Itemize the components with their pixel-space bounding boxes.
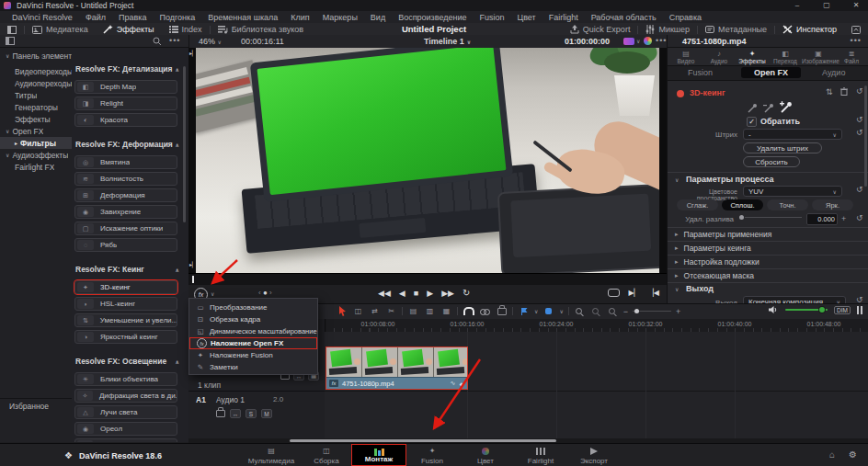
invert-checkbox[interactable]: ✓: [747, 117, 757, 127]
tree-item-audio-transitions[interactable]: Аудиопереходы: [0, 77, 72, 89]
effect-item[interactable]: ◨Relight: [74, 97, 177, 110]
tree-item-titles[interactable]: Титры: [0, 89, 72, 101]
clip-curve-icon[interactable]: ∿: [451, 380, 456, 387]
tree-toolbox-header[interactable]: ∨Панель элементов: [0, 50, 72, 62]
menu-help[interactable]: Справка: [663, 13, 708, 22]
timeline-ruler[interactable]: 01:00:08:00 01:00:16:00 01:00:24:00 01:0…: [325, 319, 868, 332]
close-button[interactable]: ✕: [844, 0, 868, 11]
favorites-label[interactable]: Избранное: [9, 402, 49, 411]
inspector-tab-image[interactable]: ▣Изображение: [802, 50, 835, 64]
effect-item[interactable]: ◑Яркостный кеинг: [74, 330, 177, 344]
effects-options-icon[interactable]: •••: [169, 36, 180, 45]
menu-item-fusion-overlay[interactable]: ✦Наложение Fusion: [189, 349, 317, 361]
effect-item[interactable]: △Лучи света: [74, 405, 177, 419]
viewer-options-icon[interactable]: •••: [656, 36, 667, 45]
effect-item[interactable]: ◧Depth Map: [74, 80, 177, 94]
menu-file[interactable]: Файл: [79, 13, 112, 22]
home-icon[interactable]: ⌂: [829, 449, 835, 460]
tree-item-filters[interactable]: ▸Фильтры: [0, 137, 72, 149]
menu-item-dynamic-zoom[interactable]: ◱Динамическое масштабирование: [189, 325, 317, 337]
menu-view[interactable]: Вид: [364, 13, 392, 22]
mixer-button[interactable]: Микшер: [638, 23, 697, 36]
timeline-scrollbar-thumb[interactable]: [290, 439, 556, 442]
menu-davinci-resolve[interactable]: DaVinci Resolve: [6, 13, 79, 22]
zoom-custom-icon[interactable]: [590, 305, 602, 317]
menu-item-crop[interactable]: ⊡Обрезка кадра: [189, 313, 317, 325]
audio-track-solo-button[interactable]: S: [246, 409, 257, 418]
next-edit-icon[interactable]: ▶▏: [628, 289, 639, 297]
inspector-tab-transition[interactable]: ◧Переход: [769, 50, 802, 64]
reorder-effect-icon[interactable]: ⇅: [826, 87, 833, 97]
tree-group-audiofx[interactable]: ∨Аудиоэффекты: [0, 149, 72, 161]
play-button[interactable]: ▶: [427, 289, 433, 298]
play-reverse-button[interactable]: ◀: [399, 289, 405, 298]
effect-item[interactable]: ⇅Уменьшение и увели...: [74, 313, 177, 327]
tree-group-openfx[interactable]: ∨Open FX: [0, 125, 72, 137]
pick-color-icon[interactable]: [747, 103, 758, 114]
precise-segment[interactable]: Точн.: [767, 199, 808, 210]
page-tab-edit[interactable]: Монтаж: [351, 444, 406, 466]
reset-invert-icon[interactable]: ↺: [856, 115, 863, 124]
effect-item[interactable]: ◎Вмятина: [74, 155, 177, 169]
effect-item[interactable]: ▢Искажение оптики: [74, 222, 177, 235]
mixer-toggle-icon[interactable]: [857, 306, 862, 314]
panel-toggle-button[interactable]: [0, 23, 24, 36]
settings-gear-icon[interactable]: ⚙: [849, 449, 857, 460]
zoom-detail-icon[interactable]: [607, 305, 619, 317]
effect-item[interactable]: ✳Блики объектива: [74, 372, 177, 386]
tree-item-video-transitions[interactable]: Видеопереходы: [0, 65, 72, 77]
menu-fusion[interactable]: Fusion: [473, 13, 510, 22]
menu-item-annotations[interactable]: ✎Заметки: [189, 361, 317, 373]
subtab-audio[interactable]: Аудио: [822, 68, 845, 77]
tree-item-generators[interactable]: Генераторы: [0, 101, 72, 113]
maximize-button[interactable]: ▢: [815, 0, 839, 11]
inspector-scrollbar[interactable]: [864, 85, 867, 187]
output-section-header[interactable]: Выход: [686, 284, 714, 293]
zoom-out-icon[interactable]: −: [623, 307, 628, 316]
inspector-button[interactable]: Инспектор: [775, 23, 844, 36]
speaker-icon[interactable]: [769, 305, 779, 314]
effect-enable-toggle[interactable]: [677, 90, 684, 97]
sound-library-button[interactable]: Библиотека звуков: [211, 23, 311, 36]
delete-stroke-button[interactable]: Удалить штрих: [743, 142, 822, 153]
inspector-tab-video[interactable]: ▤Видео: [669, 50, 702, 64]
link-clips-icon[interactable]: [479, 305, 491, 317]
color-grade-icon[interactable]: [644, 37, 652, 45]
clip-keyframe-icon[interactable]: ◆: [459, 381, 463, 387]
inspector-tab-audio[interactable]: ♪Аудио: [702, 50, 736, 64]
menu-item-openfx-overlay[interactable]: fxНаложение Open FX: [189, 337, 317, 349]
timeline-proxy-icon[interactable]: [623, 38, 634, 45]
fx-overlay-chevron-icon[interactable]: ∨: [211, 290, 214, 297]
zoom-in-icon[interactable]: +: [676, 307, 680, 316]
marker-icon[interactable]: [542, 305, 554, 317]
tree-item-effects[interactable]: Эффекты: [0, 113, 72, 125]
menu-fairlight[interactable]: Fairlight: [542, 13, 585, 22]
stop-button[interactable]: ■: [414, 289, 418, 298]
minimize-button[interactable]: –: [785, 0, 809, 11]
colorspace-select[interactable]: YUV∨: [743, 186, 842, 197]
audio-track-id[interactable]: A1: [196, 395, 206, 404]
quick-export-button[interactable]: Quick Export: [563, 23, 638, 36]
spill-slider-handle[interactable]: [739, 215, 744, 220]
stroke-select[interactable]: -∨: [743, 129, 842, 140]
effect-item[interactable]: ✧Дифракция света в ди...: [74, 389, 177, 403]
subtab-openfx[interactable]: Open FX: [741, 67, 801, 78]
position-lock-icon[interactable]: [496, 305, 508, 317]
marker-chevron-icon[interactable]: ∨: [559, 308, 563, 314]
effect-item[interactable]: ≡Отражение в объекти...: [74, 438, 177, 442]
tree-item-fairlight-fx[interactable]: Fairlight FX: [0, 161, 72, 173]
loop-button[interactable]: ↻: [463, 288, 470, 298]
search-icon[interactable]: [153, 37, 162, 46]
overwrite-clip-icon[interactable]: ▥: [424, 305, 436, 317]
effect-item-3d-keyer[interactable]: ✦3D-кеинг: [74, 280, 177, 294]
menu-color[interactable]: Цвет: [510, 13, 542, 22]
go-to-start-button[interactable]: ◀◀: [378, 289, 391, 298]
bright-segment[interactable]: Ярк.: [812, 199, 853, 210]
reset-keyer-button[interactable]: Сбросить: [743, 156, 800, 167]
effect-item[interactable]: ⊞Деформация: [74, 188, 177, 202]
effect-item[interactable]: ◉Ореол: [74, 422, 177, 436]
inspector-tab-file[interactable]: ≣Файл: [835, 50, 868, 64]
effects-scrollbar[interactable]: [183, 66, 186, 222]
reset-effect-icon[interactable]: ↺: [856, 86, 863, 96]
spill-value-field[interactable]: 0.000: [806, 213, 838, 225]
